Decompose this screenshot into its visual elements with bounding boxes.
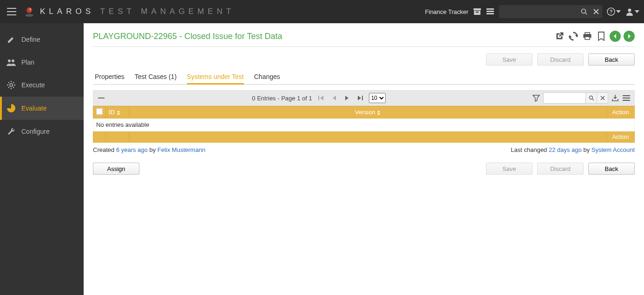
gear-icon [7,81,16,89]
table-filter [543,92,608,104]
col-version-label: Version [355,109,375,116]
brand-primary: KLAROS [40,7,94,16]
sidebar-item-evaluate[interactable]: Evaluate [0,97,84,120]
hamburger-menu[interactable] [5,5,19,19]
pager-first-icon[interactable] [317,94,325,102]
pager-text: 0 Entries - Page 1 of 1 [252,95,312,102]
systems-table: ID Version Action No entries available A… [93,106,635,143]
main-content: PLAYGROUND-22965 - Closed Issue for Test… [84,23,644,295]
external-link-icon[interactable] [554,31,565,42]
sidebar-item-label: Plan [21,59,34,66]
lower-button-row: Assign Save Discard Back [93,163,635,175]
chevron-down-icon [635,10,639,13]
col-version[interactable]: Version [129,106,607,118]
sidebar-item-label: Define [21,36,40,43]
svg-rect-20 [318,96,319,100]
col-id[interactable]: ID [106,106,129,118]
svg-point-2 [29,8,31,11]
table-filter-input[interactable] [544,93,585,103]
clear-search-icon[interactable] [590,9,602,14]
created-user-link[interactable]: Felix Mustermann [158,146,205,153]
edit-icon [7,35,16,44]
svg-rect-19 [585,37,590,39]
changed-when-link[interactable]: 22 days ago [549,146,582,153]
table-empty-row: No entries available [93,118,635,131]
table-filter-clear-icon[interactable] [597,93,608,103]
top-button-row: Save Discard Back [93,53,635,66]
changed-prefix: Last changed [511,146,549,153]
created-when-link[interactable]: 6 years ago [116,146,148,153]
nav-next-button[interactable] [624,31,635,42]
pager-last-icon[interactable] [356,94,364,102]
back-button-lower[interactable]: Back [588,163,635,175]
svg-rect-4 [474,11,480,15]
svg-rect-17 [585,33,590,34]
back-button[interactable]: Back [588,53,635,66]
svg-rect-3 [473,8,481,10]
save-button[interactable]: Save [486,53,532,66]
assign-button[interactable]: Assign [93,163,139,175]
print-icon[interactable] [582,31,593,42]
sidebar-item-execute[interactable]: Execute [0,73,84,97]
svg-point-14 [8,59,11,62]
pager-prev-icon[interactable] [330,94,338,102]
page-title: PLAYGROUND-22965 - Closed Issue for Test… [93,32,283,41]
save-button-lower[interactable]: Save [486,163,532,175]
svg-rect-21 [362,96,363,100]
filter-icon[interactable] [532,94,540,102]
user-dropdown[interactable] [625,7,639,16]
brand-secondary: TEST MANAGEMENT [100,7,235,16]
brand-title: KLAROS TEST MANAGEMENT [40,7,235,16]
svg-point-16 [10,84,13,86]
bookmark-icon[interactable] [596,31,607,42]
col-action: Action [607,106,635,118]
svg-rect-7 [486,11,494,12]
svg-text:?: ? [610,9,613,14]
search-icon[interactable] [578,8,590,15]
refresh-icon[interactable] [568,31,579,42]
footer-action: Action [607,131,635,143]
table-filter-search-icon[interactable] [585,93,597,103]
svg-rect-25 [623,98,630,98]
col-id-label: ID [109,109,115,116]
tab-systems-under-test[interactable]: Systems under Test [187,70,244,85]
discard-button-lower[interactable]: Discard [537,163,584,175]
svg-point-1 [26,7,32,13]
col-checkbox[interactable] [93,106,106,118]
global-search [499,5,602,18]
svg-point-13 [628,9,631,12]
sidebar: Define Plan Execute Evaluate Configure [0,23,84,295]
list-icon[interactable] [486,7,494,16]
users-icon [7,59,16,66]
sidebar-item-configure[interactable]: Configure [0,120,84,143]
svg-rect-26 [623,100,630,101]
table-toolbar: 0 Entries - Page 1 of 1 10 [93,90,635,106]
help-dropdown[interactable]: ? [607,7,621,16]
tab-properties[interactable]: Properties [95,70,125,84]
changed-meta: Last changed 22 days ago by System Accou… [511,146,635,153]
tab-changes[interactable]: Changes [254,70,280,84]
sidebar-item-define[interactable]: Define [0,28,84,51]
pager-next-icon[interactable] [343,94,351,102]
tab-test-cases[interactable]: Test Cases (1) [135,70,177,84]
created-meta: Created 6 years ago by Felix Mustermann [93,146,205,153]
svg-rect-5 [476,12,479,13]
table-menu-icon[interactable] [622,94,631,102]
svg-line-10 [585,13,587,15]
changed-user-link[interactable]: System Account [591,146,635,153]
sidebar-item-plan[interactable]: Plan [0,51,84,73]
search-input[interactable] [499,5,578,18]
topbar: KLAROS TEST MANAGEMENT Finance Tracker ? [0,0,644,23]
collapse-icon[interactable] [97,94,105,102]
svg-line-23 [592,99,594,100]
page-size-select[interactable]: 10 [369,93,386,103]
pie-chart-icon [7,104,16,112]
created-prefix: Created [93,146,116,153]
svg-point-15 [12,59,14,62]
discard-button[interactable]: Discard [537,53,584,66]
project-label: Finance Tracker [425,8,468,15]
chevron-down-icon [616,10,621,13]
archive-icon[interactable] [473,7,481,16]
nav-prev-button[interactable] [610,31,621,42]
export-icon[interactable] [611,94,619,102]
